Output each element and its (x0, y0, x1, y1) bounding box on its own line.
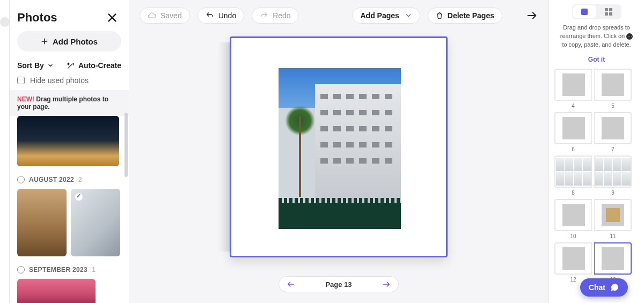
grid-icon (605, 8, 612, 16)
undo-button[interactable]: Undo (197, 8, 244, 24)
spread-row: 4 5 (553, 69, 640, 109)
chat-button[interactable]: Chat (580, 278, 628, 297)
hide-used-row[interactable]: Hide used photos (10, 74, 129, 90)
page-number: 6 (572, 146, 575, 152)
cloud-check-icon (148, 11, 156, 20)
redo-icon (260, 11, 268, 20)
spread-page[interactable] (554, 242, 592, 275)
group-name: SEPTEMBER 2023 (29, 266, 87, 274)
prev-page-button[interactable] (287, 280, 295, 289)
photos-panel: Photos Add Photos Sort By Auto-Create Hi… (10, 0, 129, 303)
spread-page[interactable] (554, 156, 592, 188)
add-photos-button[interactable]: Add Photos (17, 31, 121, 51)
trash-icon (436, 12, 443, 19)
spreads-tip: Drag and drop spreads to rearrange them.… (554, 24, 639, 49)
page-frame[interactable] (230, 36, 448, 257)
page-number: 9 (611, 190, 614, 196)
photo-group-header[interactable]: SEPTEMBER 2023 1 (17, 266, 121, 274)
grid-view-button[interactable] (597, 5, 620, 18)
delete-pages-label: Delete Pages (448, 11, 494, 20)
auto-create-label: Auto-Create (78, 61, 121, 70)
left-rail (0, 0, 10, 303)
photo-thumbnail[interactable] (17, 116, 119, 166)
spread-row: 6 7 (553, 112, 640, 152)
chat-icon (610, 283, 619, 292)
toolbar-right: Add Pages Delete Pages (352, 8, 538, 24)
spreads-panel: Drag and drop spreads to rearrange them.… (548, 0, 644, 303)
delete-pages-button[interactable]: Delete Pages (428, 8, 502, 24)
photo-group-header[interactable]: AUGUST 2022 2 (17, 176, 121, 183)
next-button[interactable] (526, 10, 538, 21)
spread-page-selected[interactable] (594, 242, 632, 275)
left-rail-item[interactable] (0, 17, 10, 27)
group-select-radio[interactable] (17, 266, 25, 274)
undo-icon (206, 11, 214, 20)
page-number: 7 (611, 146, 614, 152)
page-photo[interactable] (279, 68, 401, 229)
auto-create-button[interactable]: Auto-Create (67, 61, 121, 70)
undo-label: Undo (218, 11, 236, 20)
page-number: 8 (572, 190, 575, 196)
hide-used-label: Hide used photos (30, 76, 89, 85)
chevron-down-icon (47, 62, 54, 69)
sparkle-icon (67, 61, 75, 70)
sort-by-label: Sort By (17, 61, 44, 70)
toolbar: Saved Undo Redo Add Pages Delete Pages (129, 0, 548, 31)
group-count: 2 (78, 176, 82, 183)
photo-thumbnail-selected[interactable] (71, 189, 120, 256)
drag-tip-new: NEW! (17, 95, 34, 103)
sort-row: Sort By Auto-Create (10, 61, 129, 74)
view-toggle (572, 4, 621, 19)
more-icon: ⋯ (626, 33, 633, 40)
page-number: 11 (610, 233, 616, 239)
chevron-down-icon (405, 12, 412, 19)
saved-label: Saved (160, 11, 182, 20)
tip-line: to copy, paste, and delete. (562, 41, 631, 48)
group-name: AUGUST 2022 (29, 176, 74, 183)
page-label: Page 13 (325, 280, 352, 289)
tip-line: Drag and drop spreads to (563, 24, 630, 31)
sort-by-button[interactable]: Sort By (17, 61, 54, 70)
chat-label: Chat (589, 283, 605, 292)
spread-page[interactable] (594, 112, 632, 144)
photos-title: Photos (17, 11, 57, 25)
saved-status: Saved (140, 8, 190, 24)
page-nav: Page 13 (129, 268, 548, 303)
page-number: 5 (611, 103, 614, 109)
editor: Saved Undo Redo Add Pages Delete Pages (129, 0, 548, 303)
spread-page[interactable] (554, 112, 592, 144)
got-it-button[interactable]: Got it (549, 56, 644, 63)
hide-used-checkbox[interactable] (17, 77, 25, 84)
add-pages-button[interactable]: Add Pages (352, 8, 420, 24)
redo-label: Redo (273, 11, 290, 20)
next-page-button[interactable] (382, 280, 391, 289)
spread-page[interactable] (554, 199, 592, 231)
spread-page[interactable] (594, 69, 632, 101)
close-icon[interactable] (106, 12, 118, 24)
drag-tip: NEW! Drag multiple photos to your page. (10, 90, 129, 116)
page-number: 10 (570, 233, 576, 239)
spread-page[interactable] (594, 199, 632, 231)
scrollbar[interactable] (125, 113, 128, 177)
page-number: 12 (570, 277, 576, 283)
group-select-radio[interactable] (17, 176, 25, 183)
redo-button[interactable]: Redo (252, 8, 298, 24)
square-icon (581, 9, 588, 15)
toolbar-left: Saved Undo Redo (140, 8, 299, 24)
photo-thumbnail[interactable] (17, 189, 67, 256)
spread-row: 10 11 (553, 199, 640, 239)
canvas[interactable] (129, 31, 548, 268)
tip-line: rearrange them. Click on (560, 33, 625, 39)
add-pages-label: Add Pages (360, 11, 399, 20)
page-nav-inner: Page 13 (279, 276, 399, 292)
photo-thumbnail[interactable] (17, 279, 96, 303)
plus-icon (41, 38, 48, 45)
thumb-row (17, 189, 121, 256)
spread-page[interactable] (594, 156, 632, 188)
spread-page[interactable] (554, 69, 592, 101)
single-view-button[interactable] (573, 5, 596, 18)
page-number: 4 (572, 103, 575, 109)
photo-list: AUGUST 2022 2 SEPTEMBER 2023 1 (10, 116, 129, 303)
spreads-list: 4 5 6 7 8 9 10 11 12 13 (549, 69, 644, 303)
arrow-left-icon (287, 280, 295, 289)
